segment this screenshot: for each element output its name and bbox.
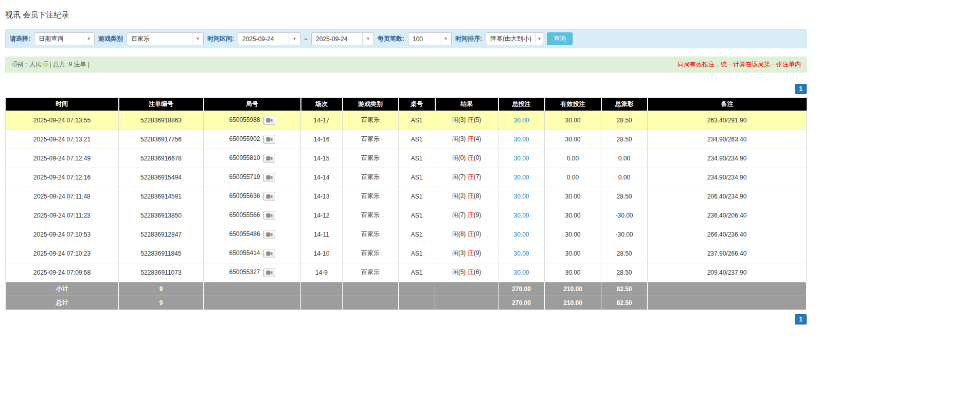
total-empty: [435, 296, 498, 310]
video-icon-button[interactable]: [263, 154, 275, 163]
result-banker-score: (8): [474, 192, 482, 200]
cell-table-no: AS1: [399, 244, 435, 263]
cell-session: 14-12: [301, 206, 343, 225]
cell-session: 14-13: [301, 187, 343, 206]
table-body: 2025-09-24 07:13:55522836918863650055988…: [6, 111, 807, 282]
header-session: 场次: [301, 98, 343, 111]
date-to-value: 2025-09-24: [312, 33, 362, 45]
total-empty: [343, 296, 399, 310]
cell-total-bet: 30.00: [498, 263, 545, 282]
result-banker-label: 庄: [468, 173, 474, 181]
video-icon-button[interactable]: [263, 249, 275, 258]
filter-bar: 请选择: 日期查询 ▼ 游戏类别 百家乐 ▼ 时间区间: 2025-09-24 …: [5, 29, 807, 48]
cell-game-type: 百家乐: [343, 111, 399, 130]
total-bet-link[interactable]: 30.00: [513, 193, 529, 200]
round-id-text: 650055902: [229, 135, 260, 142]
summary-note: 同局有效投注，统一计算在该局第一张注单内: [678, 60, 801, 69]
header-remark: 备注: [648, 98, 807, 111]
game-type-value: 百家乐: [127, 33, 192, 45]
cell-payout: 28.50: [601, 263, 648, 282]
cell-table-no: AS1: [399, 263, 435, 282]
subtotal-empty: [204, 282, 301, 296]
cell-table-no: AS1: [399, 168, 435, 187]
video-icon-button[interactable]: [263, 268, 275, 277]
table-row: 2025-09-24 07:13:55522836918863650055988…: [6, 111, 807, 130]
total-bet-link[interactable]: 30.00: [513, 174, 529, 181]
total-bet-link[interactable]: 30.00: [513, 250, 529, 257]
table-row: 2025-09-24 07:11:48522836914591650055636…: [6, 187, 807, 206]
video-icon-button[interactable]: [263, 192, 275, 201]
video-icon-button[interactable]: [263, 211, 275, 220]
total-bet-link[interactable]: 30.00: [513, 231, 529, 238]
cell-bet-id: 522836917756: [119, 130, 204, 149]
cell-payout: 28.50: [601, 111, 648, 130]
subtotal-empty: [301, 282, 343, 296]
chevron-down-icon[interactable]: ▼: [440, 33, 451, 45]
chevron-down-icon[interactable]: ▼: [362, 33, 373, 45]
result-banker-score: (6): [474, 268, 482, 276]
video-icon-button[interactable]: [263, 116, 275, 125]
result-player-score: (3): [458, 249, 466, 257]
result-banker-score: (0): [474, 154, 482, 161]
video-icon-button[interactable]: [263, 230, 275, 239]
round-id-text: 650055566: [229, 211, 260, 219]
cell-session: 14-14: [301, 168, 343, 187]
result-banker-score: (7): [474, 173, 482, 181]
cell-valid-bet: 30.00: [545, 130, 601, 149]
total-valid-bet: 210.00: [545, 296, 601, 310]
cell-result: 闲(0) 庄(0): [435, 149, 498, 168]
header-table-no: 桌号: [399, 98, 435, 111]
game-type-select[interactable]: 百家乐 ▼: [127, 32, 204, 45]
cell-valid-bet: 30.00: [545, 244, 601, 263]
cell-payout: 0.00: [601, 149, 648, 168]
header-time: 时间: [6, 98, 119, 111]
result-banker-label: 庄: [468, 192, 474, 200]
cell-remark: 234.90/234.90: [648, 149, 807, 168]
result-banker-score: (5): [474, 116, 482, 123]
search-button[interactable]: 查询: [547, 32, 573, 45]
result-player-score: (3): [458, 116, 466, 123]
chevron-down-icon[interactable]: ▼: [536, 33, 543, 45]
page-size-select[interactable]: 100 ▼: [408, 32, 452, 45]
round-id-text: 650055810: [229, 154, 260, 161]
subtotal-empty: [399, 282, 435, 296]
date-from-select[interactable]: 2025-09-24 ▼: [238, 32, 300, 45]
total-empty: [204, 296, 301, 310]
sort-select[interactable]: 降幂(由大到小) ▼: [486, 32, 543, 45]
cell-session: 14-11: [301, 225, 343, 244]
cell-game-type: 百家乐: [343, 244, 399, 263]
cell-round-id: 650055414: [204, 244, 301, 263]
cell-time: 2025-09-24 07:11:23: [6, 206, 119, 225]
cell-payout: 28.50: [601, 130, 648, 149]
total-bet-link[interactable]: 30.00: [513, 269, 529, 276]
total-payout: 82.50: [601, 296, 648, 310]
result-banker-score: (4): [474, 135, 482, 142]
video-icon-button[interactable]: [263, 173, 275, 182]
page-size-value: 100: [408, 33, 440, 45]
cell-round-id: 650055636: [204, 187, 301, 206]
chevron-down-icon[interactable]: ▼: [289, 33, 300, 45]
cell-session: 14-17: [301, 111, 343, 130]
cell-valid-bet: 0.00: [545, 149, 601, 168]
total-bet-link[interactable]: 30.00: [513, 155, 529, 162]
cell-game-type: 百家乐: [343, 206, 399, 225]
total-bet-link[interactable]: 30.00: [513, 117, 529, 124]
cell-total-bet: 30.00: [498, 244, 545, 263]
chevron-down-icon[interactable]: ▼: [192, 33, 203, 45]
sort-value: 降幂(由大到小): [486, 33, 536, 45]
round-id-text: 650055719: [229, 173, 260, 181]
page-number-button[interactable]: 1: [795, 84, 807, 94]
total-bet-link[interactable]: 30.00: [513, 136, 529, 143]
page-number-button[interactable]: 1: [795, 314, 807, 325]
cell-result: 闲(8) 庄(0): [435, 225, 498, 244]
total-bet-link[interactable]: 30.00: [513, 212, 529, 219]
query-type-select[interactable]: 日期查询 ▼: [34, 32, 95, 45]
video-icon-button[interactable]: [263, 135, 275, 144]
result-player-label: 闲: [452, 192, 458, 200]
date-from-value: 2025-09-24: [238, 33, 289, 45]
header-round-id: 局号: [204, 98, 301, 111]
cell-result: 闲(3) 庄(5): [435, 111, 498, 130]
chevron-down-icon[interactable]: ▼: [83, 33, 94, 45]
cell-valid-bet: 0.00: [545, 168, 601, 187]
date-to-select[interactable]: 2025-09-24 ▼: [311, 32, 374, 45]
